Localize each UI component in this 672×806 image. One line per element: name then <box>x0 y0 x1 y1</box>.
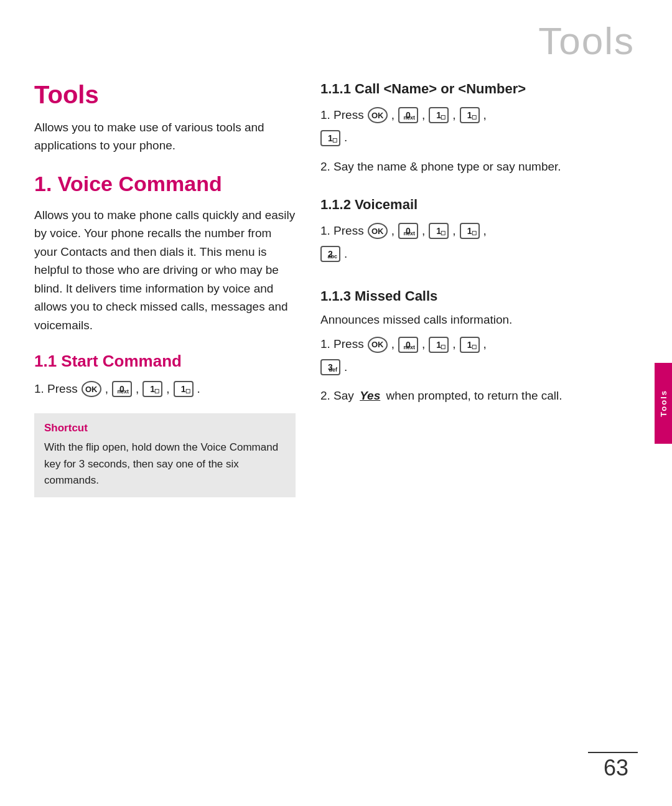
section-1-1-title: 1.1 Start Command <box>34 352 296 371</box>
bottom-rule <box>588 752 638 753</box>
tools-description: Allows you to make use of various tools … <box>34 119 296 154</box>
section-1-1-1-step1-cont: 1☐ . <box>320 128 638 147</box>
missed-calls-desc: Announces missed calls information. <box>320 311 638 329</box>
side-tab: Tools <box>655 363 672 444</box>
left-column: Tools Allows you to make use of various … <box>34 81 296 731</box>
key-1b-r2: 1☐ <box>460 223 480 239</box>
key-1b-r3: 1☐ <box>460 337 480 353</box>
key-1b-r1: 1☐ <box>460 107 480 123</box>
shortcut-text: With the flip open, hold down the Voice … <box>44 439 286 489</box>
step1-prefix: 1. Press <box>34 380 78 398</box>
section-1-1-2-title: 1.1.2 Voicemail <box>320 197 638 213</box>
step2-prefix: 2. Say <box>320 389 354 402</box>
voice-command-description: Allows you to make phone calls quickly a… <box>34 206 296 334</box>
key-1c-r1: 1☐ <box>320 130 340 146</box>
section-1-1-3-step1: 1. Press OK , 0next , 1☐ , 1☐ , <box>320 335 638 354</box>
section-1-1-1-step2: 2. Say the name & phone type or say numb… <box>320 157 638 176</box>
shortcut-label: Shortcut <box>44 422 286 434</box>
key-0next: 0next <box>112 381 132 397</box>
page-header-title: Tools <box>538 19 635 63</box>
right-column: 1.1.1 Call <Name> or <Number> 1. Press O… <box>320 81 638 731</box>
key-1b: 1☐ <box>174 381 194 397</box>
side-tab-label: Tools <box>659 390 668 417</box>
key-1a-r2: 1☐ <box>429 223 449 239</box>
key-0next-r2: 0next <box>398 223 418 239</box>
shortcut-box: Shortcut With the flip open, hold down t… <box>34 413 296 497</box>
step1-prefix-right: 1. Press <box>320 106 364 124</box>
section-1-1-2-step1-cont: 2abc . <box>320 245 638 263</box>
section-1-1-1-step1: 1. Press OK , 0next , 1☐ , 1☐ , <box>320 106 638 124</box>
key-3def: 3def <box>320 359 340 375</box>
main-content: Tools Allows you to make use of various … <box>34 81 638 731</box>
section-1-1-2-step1: 1. Press OK , 0next , 1☐ , 1☐ , <box>320 222 638 240</box>
voice-command-title: 1. Voice Command <box>34 172 296 196</box>
key-2abc: 2abc <box>320 246 340 262</box>
section-1-1-3-step1-cont: 3def . <box>320 358 638 377</box>
missed-calls-step2: 2. Say Yes when prompted, to return the … <box>320 387 638 405</box>
step1-prefix-113: 1. Press <box>320 335 364 354</box>
key-ok-r3: OK <box>368 337 388 353</box>
key-1a: 1☐ <box>142 381 162 397</box>
step1-prefix-112: 1. Press <box>320 222 364 240</box>
key-1a-r3: 1☐ <box>429 337 449 353</box>
key-0next-r3: 0next <box>398 337 418 353</box>
section-1-1-3-title: 1.1.3 Missed Calls <box>320 288 638 304</box>
key-ok-r2: OK <box>368 223 388 239</box>
section-1-1-1-title: 1.1.1 Call <Name> or <Number> <box>320 81 638 97</box>
key-ok: OK <box>82 381 101 397</box>
key-1a-r1: 1☐ <box>429 107 449 123</box>
step2-yes: Yes <box>360 389 380 402</box>
section-1-1-step1: 1. Press OK , 0next , 1☐ , 1☐ . <box>34 380 296 398</box>
key-0next-r1: 0next <box>398 107 418 123</box>
tools-main-title: Tools <box>34 81 296 109</box>
key-ok-r1: OK <box>368 107 388 123</box>
step2-suffix: when prompted, to return the call. <box>386 389 562 402</box>
page-number: 63 <box>604 755 628 781</box>
